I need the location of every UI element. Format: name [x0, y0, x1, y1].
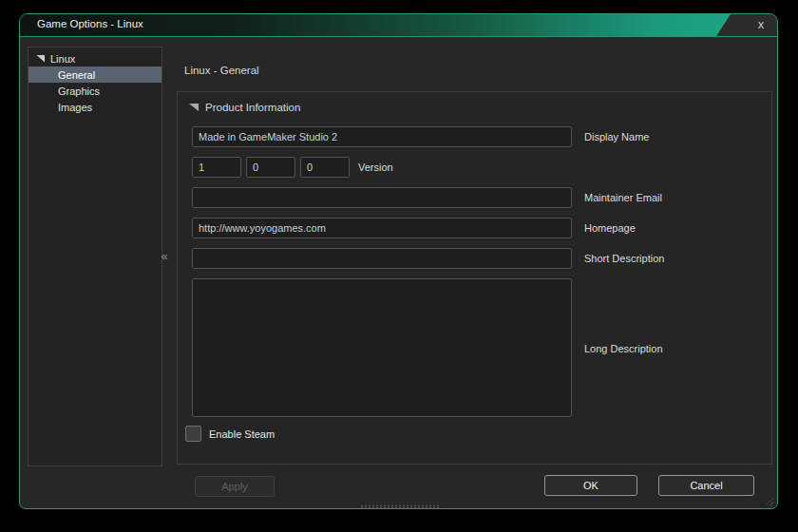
- display-name-input[interactable]: [192, 126, 572, 147]
- tree-item-label: Graphics: [58, 86, 100, 97]
- close-icon[interactable]: x: [750, 14, 771, 36]
- chevron-double-left-icon: «: [161, 249, 167, 263]
- long-description-label: Long Description: [584, 343, 663, 354]
- version-label: Version: [358, 162, 393, 173]
- expand-triangle-icon[interactable]: [189, 104, 199, 111]
- screen-background: Game Options - Linux x Linux General Gra…: [0, 0, 798, 532]
- tree-item-label: Linux: [50, 53, 75, 65]
- apply-button[interactable]: Apply: [195, 476, 275, 497]
- homepage-input[interactable]: [192, 218, 572, 238]
- tree-item-images[interactable]: Images: [28, 99, 162, 115]
- tree-item-graphics[interactable]: Graphics: [28, 83, 162, 99]
- version-minor-input[interactable]: [246, 157, 295, 178]
- enable-steam-checkbox[interactable]: [185, 426, 201, 442]
- product-information-section: Product Information Display Name Version…: [177, 91, 772, 465]
- tree-item-label: General: [58, 69, 95, 81]
- title-bar[interactable]: Game Options - Linux x: [20, 14, 777, 37]
- window-drag-dots: [360, 504, 440, 509]
- short-description-label: Short Description: [584, 253, 664, 264]
- sidebar-collapse-button[interactable]: «: [158, 248, 171, 265]
- window-title: Game Options - Linux: [37, 18, 143, 29]
- tree-item-general[interactable]: General: [28, 66, 162, 83]
- section-title: Product Information: [205, 102, 300, 113]
- version-patch-input[interactable]: [300, 157, 350, 178]
- long-description-textarea[interactable]: [192, 278, 572, 417]
- options-tree: Linux General Graphics Images: [28, 48, 162, 115]
- version-major-input[interactable]: [192, 157, 241, 178]
- maintainer-email-input[interactable]: [192, 187, 572, 208]
- display-name-label: Display Name: [584, 131, 649, 142]
- game-options-window: Game Options - Linux x Linux General Gra…: [19, 13, 778, 509]
- tree-item-label: Images: [58, 102, 92, 113]
- enable-steam-label: Enable Steam: [209, 428, 275, 440]
- page-title: Linux - General: [184, 65, 259, 76]
- cancel-button[interactable]: Cancel: [658, 475, 754, 496]
- tree-item-linux[interactable]: Linux: [28, 50, 162, 66]
- ok-button[interactable]: OK: [544, 475, 637, 496]
- options-sidebar: Linux General Graphics Images: [28, 47, 162, 466]
- resize-grip[interactable]: [763, 495, 773, 505]
- homepage-label: Homepage: [584, 222, 636, 234]
- expand-triangle-icon[interactable]: [36, 55, 45, 63]
- section-header[interactable]: Product Information: [189, 102, 300, 113]
- maintainer-email-label: Maintainer Email: [584, 192, 662, 203]
- short-description-input[interactable]: [192, 248, 572, 269]
